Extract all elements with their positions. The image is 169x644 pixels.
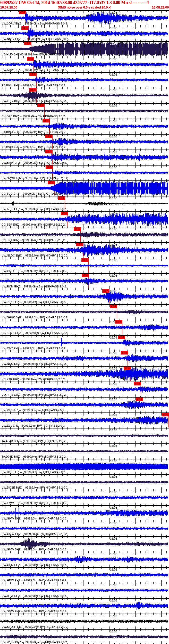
trace-row-23[interactable]: 16:08 xT 4 UW.NCO EHZ -- 99999.0km BW HI… (0, 351, 169, 366)
trace-label: UW.GSM EHZ -- 99999.0km BW HIGHPASS 2.0 … (2, 563, 67, 566)
trace-label: UB.HLID BHZ 00 99999.0km BW HIGHPASS 2.0… (2, 53, 67, 56)
trace-row-36[interactable]: 16:08 UW.GSM EHZ -- 99999.0km BW HIGHPAS… (0, 552, 169, 567)
pick-flag[interactable]: xT 4 (81, 258, 88, 262)
pick-flag[interactable]: xT 4 (118, 336, 125, 339)
trace-row-18[interactable]: 16:08 xT 4 UW.RCM EHZ -- 99999.0km BW HI… (0, 273, 169, 289)
trace-row-9[interactable]: 16:08 xT 4 PB.B943 EHZ -- 99999.0km BW H… (0, 134, 169, 150)
pick-flag[interactable]: xT 4 (27, 57, 34, 61)
trace-row-32[interactable]: 16:08 UW.FMW EHZ -- 99999.0km BW HIGHPAS… (0, 490, 169, 505)
trace-row-19[interactable]: 16:08 xT 4 UW.JUN EHZ -- 99999.0km BW HI… (0, 289, 169, 304)
trace-label: UW.SMW EHZ -- 99999.0km BW HIGHPASS 2.0 … (2, 610, 67, 613)
trace-row-27[interactable]: 16:08 xT 4 UW.ELL EHZ -- 99999.0km BW HI… (0, 412, 169, 428)
trace-row-33[interactable]: 16:08 UW.GHW EHZ -- 99999.0km BW HIGHPAS… (0, 505, 169, 521)
trace-row-38[interactable]: 16:08 UW.HTW EHZ -- 99999.0km BW HIGHPAS… (0, 583, 169, 598)
pick-flag-label: xT 4 (115, 320, 122, 324)
pick-flag[interactable]: xT 4 (48, 181, 55, 184)
trace-row-13[interactable]: 16:08 xT 4 UW.IZEE HHZ -- 99999.0km BW H… (0, 196, 169, 211)
trace-row-28[interactable]: 16:08 TA.A04D BHZ -- 99999.0km BW HIGHPA… (0, 428, 169, 443)
trace-row-34[interactable]: 16:08 UW.GMW EHZ -- 99999.0km BW HIGHPAS… (0, 521, 169, 536)
trace-row-16[interactable]: 16:08 xT 4 UW.GLDO EHZ -- 99999.0km BW H… (0, 242, 169, 258)
trace-row-37[interactable]: 16:08 UW.HDW EHZ -- 99999.0km BW HIGHPAS… (0, 567, 169, 583)
pick-flag[interactable]: xT 4 (115, 320, 122, 324)
pick-flag[interactable]: xT 4 (45, 135, 52, 138)
trace-label: UW.RCM EHZ -- 99999.0km BW HIGHPASS 2.0 … (2, 285, 67, 288)
trace-row-25[interactable]: 16:08 xT 4 UO.FRIS EHZ -- 99999.0km BW H… (0, 382, 169, 397)
pick-flag[interactable]: xT 4 (37, 104, 44, 107)
trace-row-12[interactable]: 16:08 xT 4 CC.SUG EHZ -- 99999.0km BW HI… (0, 180, 169, 196)
trace-row-26[interactable]: 16:08 xT 4 UW.VIP EHZ -- 99999.0km BW HI… (0, 397, 169, 412)
trace-row-39[interactable]: 16:08 UW.SMW EHZ -- 99999.0km BW HIGHPAS… (0, 598, 169, 614)
pick-flag[interactable]: xT 4 (21, 26, 28, 30)
trace-row-10[interactable]: 16:08 xT 4 UW.BHW EHZ -- 99999.0km BW HI… (0, 150, 169, 165)
pick-flag-label: xT 4 (81, 258, 88, 262)
trace-label: UW.GHW EHZ -- 99999.0km BW HIGHPASS 2.0 … (2, 517, 67, 520)
pick-flag[interactable]: xT 4 (45, 150, 52, 153)
trace-row-7[interactable]: 16:08 xT 4 CN.OZB BHZ -- 99999.0km BW HI… (0, 103, 169, 119)
pick-flag[interactable]: xT 4 (162, 413, 169, 416)
pick-flag-label: xT 4 (21, 26, 28, 30)
trace-row-20[interactable]: 16:08 xT 4 UW.SHUK BHZ -- 99999.0km BW H… (0, 304, 169, 320)
pick-flag-label: xT 4 (110, 305, 117, 308)
pick-flag[interactable]: xT 4 (43, 119, 49, 122)
pick-flag[interactable]: xT 4 (134, 382, 141, 385)
trace-label: UW.IZEE HHZ -- 99999.0km BW HIGHPASS 2.0… (2, 208, 67, 211)
pick-flag-label: xT 4 (29, 73, 36, 76)
trace-label: UW.HDW EHZ -- 99999.0km BW HIGHPASS 2.0 … (2, 579, 67, 582)
pick-flag[interactable]: xT 4 (74, 227, 81, 231)
pick-flag-label: xT 4 (27, 57, 34, 61)
trace-label: UW.JORV EHZ -- 99999.0km BW HIGHPASS 2.0… (2, 22, 68, 25)
trace-label: UW.SVOH EHZ -- 99999.0km BW HIGHPASS 2.0… (2, 177, 69, 180)
trace-label: UW.BLN EHZ -- 99999.0km BW HIGHPASS 2.0 … (2, 470, 66, 474)
trace-row-29[interactable]: 16:08 TA.D03D BHZ -- 99999.0km BW HIGHPA… (0, 443, 169, 459)
trace-row-11[interactable]: 16:08 xT 4 UW.SVOH EHZ -- 99999.0km BW H… (0, 165, 169, 180)
window-end-time: 16:08:23.00 (152, 5, 169, 9)
pick-flag[interactable]: xT 4 (29, 88, 36, 92)
trace-row-40[interactable]: 16:08 UW.STOR HHZ -- 99999.0km BW HIGHPA… (0, 614, 169, 629)
trace-row-41[interactable]: 16:08 UW.WISH BHZ -- 99999.0km BW HIGHPA… (0, 629, 169, 644)
trace-row-1[interactable]: 16:08 xT 4 UW.JORV EHZ -- 99999.0km BW H… (0, 10, 169, 26)
trace-row-15[interactable]: 16:08 xT 4 CN.PNT BHZ -- 99999.0km BW HI… (0, 227, 169, 242)
trace-row-4[interactable]: 16:08 xT 4 UW.SHW EHZ -- 99999.0km BW HI… (0, 57, 169, 72)
pick-flag[interactable]: xT 4 (82, 274, 89, 277)
pick-flag[interactable]: xT 4 (124, 367, 131, 370)
trace-label: PB.B013 EHZ -- 99999.0km BW HIGHPASS 2.0… (2, 130, 66, 133)
trace-label: UW.GLDO EHZ -- 99999.0km BW HIGHPASS 2.0… (2, 254, 69, 257)
trace-row-21[interactable]: 16:08 xT 4 CC.CLMS EHZ -- 99999.0km BW H… (0, 320, 169, 335)
trace-row-24[interactable]: 16:08 xT 4 NC.KTR EHZ -- 99999.0km BW HI… (0, 366, 169, 382)
pick-flag[interactable]: xT 4 (46, 166, 53, 169)
pick-flag[interactable]: xT 4 (29, 73, 36, 76)
pick-flag-label: xT 4 (124, 367, 131, 370)
trace-row-22[interactable]: 16:08 xT 4 UW.ON2 EHZ -- 99999.0km BW HI… (0, 335, 169, 351)
pick-flag[interactable]: xT 4 (121, 351, 128, 354)
trace-label: UW.GNW BHZ -- 99999.0km BW HIGHPASS 2.0 … (2, 548, 67, 551)
pick-flag[interactable]: xT 4 (110, 305, 117, 308)
pick-flag[interactable]: xT 4 (19, 11, 26, 14)
trace-row-6[interactable]: 16:08 xT 4 UW.LRIV BHZ -- 99999.0km BW H… (0, 88, 169, 103)
pick-flag-label: xT 4 (61, 212, 68, 215)
trace-row-2[interactable]: 16:08 xT 4 UW.NN17 EHZ 01 99999.0km BW H… (0, 26, 169, 41)
trace-label: UW.LRIV BHZ -- 99999.0km BW HIGHPASS 2.0… (2, 99, 67, 102)
trace-row-5[interactable]: 16:08 xT 4 PB.B941 EHZ -- 99999.0km BW H… (0, 72, 169, 88)
pick-flag[interactable]: xT 4 (24, 42, 31, 45)
pick-flag-label: xT 4 (45, 135, 52, 138)
pick-flag-label: xT 4 (162, 413, 169, 416)
pick-flag[interactable]: xT 4 (61, 212, 68, 215)
trace-row-14[interactable]: 16:08 xT 4 CC.SEP EHZ -- 99999.0km BW HI… (0, 211, 169, 227)
pick-flag-label: xT 4 (29, 88, 36, 92)
trace-row-17[interactable]: 16:08 xT 4 UW.GMO EHZ -- 99999.0km BW HI… (0, 258, 169, 273)
pick-flag-label: xT 4 (118, 336, 125, 339)
trace-row-30[interactable]: 16:08 UW.BLN EHZ -- 99999.0km BW HIGHPAS… (0, 459, 169, 474)
trace-row-8[interactable]: 16:08 xT 4 PB.B013 EHZ -- 99999.0km BW H… (0, 119, 169, 134)
pick-flag[interactable]: xT 4 (58, 196, 65, 200)
trace-row-35[interactable]: 16:08 UW.GNW BHZ -- 99999.0km BW HIGHPAS… (0, 536, 169, 552)
pick-flag[interactable]: xT 4 (102, 289, 109, 293)
pick-flag-label: xT 4 (46, 166, 53, 169)
window-start-time: 16:07:18.00 (0, 5, 17, 9)
trace-label: UW.GMW EHZ -- 99999.0km BW HIGHPASS 2.0 … (2, 532, 67, 535)
header: 60892557 UW Oct 14, 2014 16:07:38.00 42.… (0, 0, 169, 10)
pick-flag[interactable]: xT 4 (136, 398, 143, 401)
trace-row-31[interactable]: 16:08 UW.DOSE BHZ -- 99999.0km BW HIGHPA… (0, 474, 169, 490)
pick-flag-label: xT 4 (102, 289, 109, 293)
trace-row-3[interactable]: 16:08 xT 4 UB.HLID BHZ 00 99999.0km BW H… (0, 41, 169, 57)
pick-flag[interactable]: xT 4 (76, 243, 83, 246)
